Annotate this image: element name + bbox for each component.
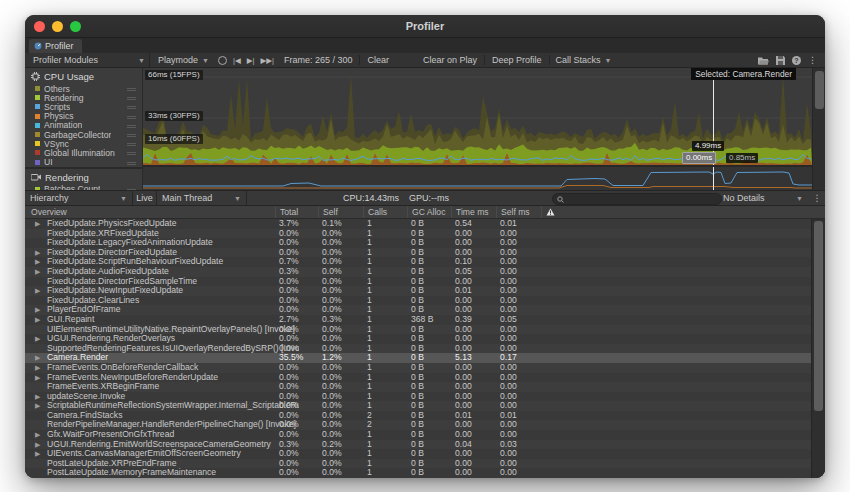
legend-drag-handle[interactable] <box>127 143 136 144</box>
record-icon[interactable] <box>218 56 227 65</box>
kebab-menu-icon[interactable]: ⋮ <box>811 191 823 205</box>
table-row[interactable]: ▶ FixedUpdate.PhysicsFixedUpdate 3.7% 0.… <box>25 219 825 229</box>
expand-arrow-icon[interactable]: ▶ <box>35 219 40 229</box>
next-frame-button[interactable]: ▶| <box>247 56 255 65</box>
table-row[interactable]: ▶ PostLateUpdate.MemoryFrameMaintenance … <box>25 468 825 478</box>
column-self-ms[interactable]: Self ms <box>496 206 530 218</box>
table-row[interactable]: ▶ FrameEvents.XRBeginFrame 0.0% 0.0% 1 0… <box>25 382 825 392</box>
table-row[interactable]: ▶ GUI.Repaint 2.7% 0.3% 1 368 B 0.39 0.0… <box>25 315 825 325</box>
table-row[interactable]: ▶ updateScene.Invoke 0.0% 0.0% 1 0 B 0.0… <box>25 392 825 402</box>
expand-arrow-icon[interactable]: ▶ <box>35 353 40 363</box>
save-profile-icon[interactable] <box>776 56 785 65</box>
tab-profiler[interactable]: Profiler <box>29 39 82 53</box>
legend-drag-handle[interactable] <box>127 162 136 163</box>
expand-arrow-icon[interactable]: ▶ <box>35 363 40 373</box>
legend-item[interactable]: Scripts <box>25 102 142 111</box>
modules-scrollbar[interactable] <box>812 68 825 190</box>
table-row[interactable]: ▶ PostLateUpdate.XRPreEndFrame 0.0% 0.0%… <box>25 459 825 469</box>
kebab-menu-icon[interactable]: ⋮ <box>808 55 817 65</box>
expand-arrow-icon[interactable]: ▶ <box>35 286 40 296</box>
search-input[interactable] <box>567 194 701 204</box>
clear-on-play-button[interactable]: Clear on Play <box>418 53 482 67</box>
table-row[interactable]: ▶ FixedUpdate.XRFixedUpdate 0.0% 0.0% 1 … <box>25 229 825 239</box>
thread-dropdown[interactable]: Main Thread ▼ <box>157 191 247 205</box>
cpu-usage-module-header[interactable]: CPU Usage <box>25 68 142 84</box>
cpu-usage-chart[interactable]: 66ms (15FPS) 33ms (30FPS) 16ms (60FPS) S… <box>143 68 812 165</box>
legend-drag-handle[interactable] <box>127 116 136 117</box>
table-row[interactable]: ▶ FixedUpdate.ScriptRunBehaviourFixedUpd… <box>25 257 825 267</box>
column-marker[interactable] <box>541 206 566 218</box>
table-row[interactable]: ▶ SupportedRenderingFeatures.IsUIOverlay… <box>25 344 825 354</box>
search-field[interactable] <box>552 193 722 205</box>
table-row[interactable]: ▶ RenderPipelineManager.HandleRenderPipe… <box>25 420 825 430</box>
rendering-chart[interactable] <box>143 165 812 190</box>
chevron-down-icon: ▼ <box>138 57 145 64</box>
table-row[interactable]: ▶ FixedUpdate.LegacyFixedAnimationUpdate… <box>25 238 825 248</box>
call-stacks-dropdown[interactable]: Call Stacks ▼ <box>552 53 616 67</box>
load-profile-icon[interactable] <box>758 56 769 65</box>
clear-button[interactable]: Clear <box>362 53 394 67</box>
scrollbar-thumb[interactable] <box>814 221 823 411</box>
column-time-ms[interactable]: Time ms <box>451 206 489 218</box>
rendering-chart-canvas[interactable] <box>143 167 812 190</box>
column-overview[interactable]: Overview <box>25 206 67 218</box>
table-row[interactable]: ▶ UGUI.Rendering.EmitWorldScreenspaceCam… <box>25 440 825 450</box>
prev-frame-button[interactable]: |◀ <box>233 56 241 65</box>
table-row[interactable]: ▶ FixedUpdate.AudioFixedUpdate 0.3% 0.0%… <box>25 267 825 277</box>
table-scrollbar[interactable] <box>811 219 825 478</box>
expand-arrow-icon[interactable]: ▶ <box>35 373 40 383</box>
column-total[interactable]: Total <box>275 206 298 218</box>
expand-arrow-icon[interactable]: ▶ <box>35 401 40 411</box>
deep-profile-button[interactable]: Deep Profile <box>487 53 547 67</box>
scrollbar-thumb[interactable] <box>815 71 824 109</box>
table-row[interactable]: ▶ UIElementsRuntimeUtilityNative.Repaint… <box>25 325 825 335</box>
table-row[interactable]: ▶ Camera.FindStacks 0.0% 0.0% 2 0 B 0.01… <box>25 411 825 421</box>
legend-drag-handle[interactable] <box>127 106 136 107</box>
legend-item[interactable]: GarbageCollector <box>25 130 142 139</box>
legend-drag-handle[interactable] <box>127 97 136 98</box>
expand-arrow-icon[interactable]: ▶ <box>35 257 40 267</box>
details-dropdown[interactable]: No Details ▼ <box>719 191 807 205</box>
chevron-down-icon: ▼ <box>605 57 612 64</box>
legend-item[interactable]: UI <box>25 158 142 167</box>
table-row[interactable]: ▶ FixedUpdate.NewInputFixedUpdate 0.0% 0… <box>25 286 825 296</box>
column-gc-alloc[interactable]: GC Alloc <box>407 206 445 218</box>
expand-arrow-icon[interactable]: ▶ <box>35 334 40 344</box>
legend-drag-handle[interactable] <box>127 88 136 89</box>
table-row[interactable]: ▶ FrameEvents.NewInputBeforeRenderUpdate… <box>25 373 825 383</box>
expand-arrow-icon[interactable]: ▶ <box>35 440 40 450</box>
last-frame-button[interactable]: ▶▶| <box>260 56 273 65</box>
table-row[interactable]: ▶ FixedUpdate.DirectorFixedSampleTime 0.… <box>25 277 825 287</box>
table-row[interactable]: ▶ ScriptableRuntimeReflectionSystemWrapp… <box>25 401 825 411</box>
expand-arrow-icon[interactable]: ▶ <box>35 248 40 258</box>
expand-arrow-icon[interactable]: ▶ <box>35 430 40 440</box>
row-name: UIElementsRuntimeUtilityNative.RepaintOv… <box>47 325 299 335</box>
expand-arrow-icon[interactable]: ▶ <box>35 305 40 315</box>
expand-arrow-icon[interactable]: ▶ <box>35 315 40 325</box>
column-calls[interactable]: Calls <box>363 206 387 218</box>
selected-frame-line[interactable] <box>713 167 714 190</box>
expand-arrow-icon[interactable]: ▶ <box>35 267 40 277</box>
table-row[interactable]: ▶ Gfx.WaitForPresentOnGfxThread 0.0% 0.0… <box>25 430 825 440</box>
legend-drag-handle[interactable] <box>127 152 136 153</box>
live-toggle[interactable]: Live <box>133 191 157 205</box>
rendering-module-header[interactable]: Rendering <box>25 169 142 185</box>
legend-drag-handle[interactable] <box>127 134 136 135</box>
table-row[interactable]: ▶ FixedUpdate.DirectorFixedUpdate 0.0% 0… <box>25 248 825 258</box>
expand-arrow-icon[interactable]: ▶ <box>35 392 40 402</box>
table-row[interactable]: ▶ UIEvents.CanvasManagerEmitOffScreenGeo… <box>25 449 825 459</box>
legend-drag-handle[interactable] <box>127 125 136 126</box>
table-row[interactable]: ▶ FrameEvents.OnBeforeRenderCallback 0.0… <box>25 363 825 373</box>
column-self[interactable]: Self <box>318 206 338 218</box>
table-row[interactable]: ▶ Camera.Render 35.5% 1.2% 1 0 B 5.13 0.… <box>25 353 825 363</box>
profiler-modules-dropdown[interactable]: Profiler Modules ▼ <box>29 53 150 67</box>
help-icon[interactable]: ? <box>792 56 801 65</box>
legend-item[interactable]: Physics <box>25 112 142 121</box>
view-mode-dropdown[interactable]: Hierarchy ▼ <box>25 191 133 205</box>
legend-item[interactable]: Rendering <box>25 93 142 102</box>
table-row[interactable]: ▶ UGUI.Rendering.RenderOverlays 0.0% 0.0… <box>25 334 825 344</box>
table-row[interactable]: ▶ FixedUpdate.ClearLines 0.0% 0.0% 1 0 B… <box>25 296 825 306</box>
playmode-dropdown[interactable]: Playmode ▼ <box>154 53 213 67</box>
legend-item[interactable]: Global Illumination <box>25 148 142 157</box>
expand-arrow-icon[interactable]: ▶ <box>35 449 40 459</box>
